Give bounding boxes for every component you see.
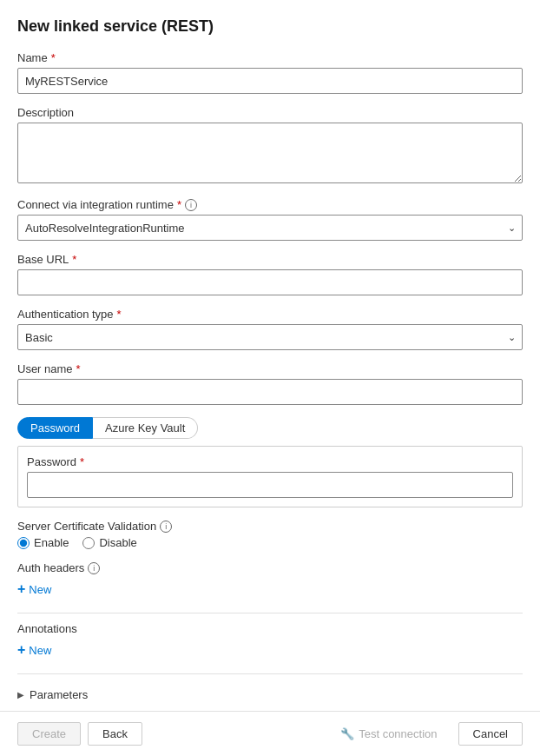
content-area: New linked service (REST) Name * Descrip… xyxy=(0,0,540,711)
add-auth-header-button[interactable]: + New xyxy=(17,578,51,600)
username-group: User name * xyxy=(17,362,523,405)
base-url-input[interactable] xyxy=(17,269,523,295)
add-annotation-button[interactable]: + New xyxy=(17,639,51,661)
password-required: * xyxy=(80,455,84,468)
wrench-icon: 🔧 xyxy=(340,727,354,740)
auth-headers-group: Auth headers i + New xyxy=(17,561,523,600)
disable-radio-label[interactable]: Disable xyxy=(82,536,136,549)
auth-type-label: Authentication type * xyxy=(17,308,523,321)
page-title: New linked service (REST) xyxy=(17,17,523,36)
add-annotation-icon: + xyxy=(17,642,25,658)
server-cert-group: Server Certificate Validation i Enable D… xyxy=(17,520,523,549)
username-label: User name * xyxy=(17,362,523,375)
cancel-button[interactable]: Cancel xyxy=(458,722,523,746)
parameters-header[interactable]: ▶ Parameters xyxy=(17,683,523,706)
annotations-label: Annotations xyxy=(17,622,523,635)
password-group: Password Azure Key Vault Password * xyxy=(17,417,523,507)
create-button: Create xyxy=(17,722,81,746)
auth-headers-label: Auth headers i xyxy=(17,561,523,574)
footer-bar: Create Back 🔧 Test connection Cancel xyxy=(0,711,540,756)
description-group: Description xyxy=(17,106,523,186)
runtime-select-wrapper: AutoResolveIntegrationRuntime ⌄ xyxy=(17,215,523,241)
username-input[interactable] xyxy=(17,379,523,405)
password-toggle-btn[interactable]: Password xyxy=(17,417,93,439)
integration-runtime-label: Connect via integration runtime * i xyxy=(17,198,523,211)
description-label: Description xyxy=(17,106,523,119)
description-input[interactable] xyxy=(17,123,523,183)
name-input[interactable] xyxy=(17,68,523,94)
password-toggle-group: Password Azure Key Vault xyxy=(17,417,523,439)
name-label: Name * xyxy=(17,51,523,64)
base-url-label: Base URL * xyxy=(17,253,523,266)
name-group: Name * xyxy=(17,51,523,94)
add-auth-header-icon: + xyxy=(17,581,25,597)
enable-radio[interactable] xyxy=(17,537,30,549)
username-required: * xyxy=(76,362,81,375)
disable-radio[interactable] xyxy=(82,537,95,549)
server-cert-info-icon[interactable]: i xyxy=(160,521,172,533)
password-section: Password * xyxy=(17,446,523,507)
azure-key-vault-toggle-btn[interactable]: Azure Key Vault xyxy=(93,417,198,439)
runtime-select[interactable]: AutoResolveIntegrationRuntime xyxy=(17,215,523,241)
back-button[interactable]: Back xyxy=(88,722,142,746)
divider-2 xyxy=(17,673,523,674)
annotations-group: Annotations + New xyxy=(17,622,523,661)
runtime-info-icon[interactable]: i xyxy=(185,199,197,211)
server-cert-radio-group: Enable Disable xyxy=(17,536,523,549)
enable-radio-label[interactable]: Enable xyxy=(17,536,69,549)
password-section-label: Password * xyxy=(27,455,513,468)
auth-type-group: Authentication type * Basic Anonymous Wi… xyxy=(17,308,523,350)
auth-type-select[interactable]: Basic Anonymous Windows Client Certifica… xyxy=(17,324,523,350)
base-url-group: Base URL * xyxy=(17,253,523,295)
page-container: New linked service (REST) Name * Descrip… xyxy=(0,0,540,756)
footer-right: 🔧 Test connection Cancel xyxy=(326,722,523,746)
name-required: * xyxy=(51,51,56,64)
parameters-chevron-icon: ▶ xyxy=(17,690,24,700)
auth-required: * xyxy=(117,308,122,321)
server-cert-label: Server Certificate Validation i xyxy=(17,520,523,533)
base-url-required: * xyxy=(72,253,76,266)
divider-1 xyxy=(17,613,523,613)
password-input[interactable] xyxy=(27,472,513,498)
runtime-required: * xyxy=(177,198,181,211)
auth-type-select-wrapper: Basic Anonymous Windows Client Certifica… xyxy=(17,324,523,350)
auth-headers-info-icon[interactable]: i xyxy=(88,562,100,574)
footer-left: Create Back xyxy=(17,722,142,746)
integration-runtime-group: Connect via integration runtime * i Auto… xyxy=(17,198,523,241)
test-connection-button: 🔧 Test connection xyxy=(326,723,451,745)
